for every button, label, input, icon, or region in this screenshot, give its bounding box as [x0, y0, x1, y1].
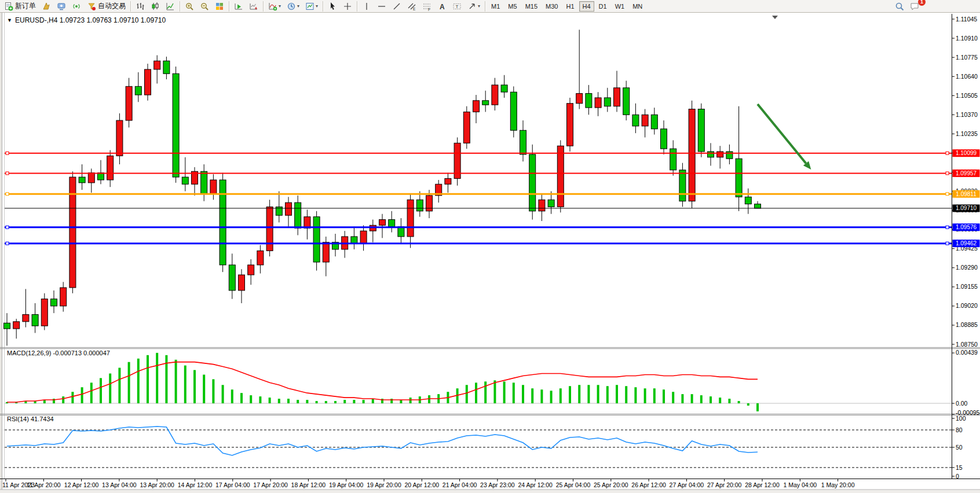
candle-up	[116, 120, 123, 156]
chart-menu-icon[interactable]: ▼	[7, 17, 12, 23]
mql5-community-button[interactable]	[39, 0, 54, 13]
bottom-strip	[0, 490, 980, 493]
bar-chart-button[interactable]	[133, 0, 148, 13]
timeframe-w1-button[interactable]: W1	[612, 1, 628, 12]
candle-up	[567, 104, 573, 146]
time-axis-label: 25 Apr 20:00	[594, 481, 628, 488]
line-handle[interactable]	[6, 152, 9, 154]
new-order-icon	[4, 2, 13, 11]
candle-up	[595, 98, 601, 108]
indicators-button[interactable]: ▾	[265, 0, 284, 13]
line-handle[interactable]	[6, 172, 9, 175]
toolbar-right-icons: 1	[892, 0, 979, 13]
candle-down	[229, 265, 235, 290]
timeframe-m1-button[interactable]: M1	[488, 1, 503, 12]
channel-button[interactable]: E	[404, 0, 419, 13]
candle-up	[88, 173, 94, 183]
price-axis-label: 1.10910	[956, 35, 978, 42]
tile-windows-button[interactable]	[212, 0, 227, 13]
time-axis-label: 23 Apr 23:00	[480, 481, 515, 488]
line-handle[interactable]	[6, 193, 9, 196]
arrows-button[interactable]: ▾	[465, 0, 483, 13]
line-handle[interactable]	[6, 226, 9, 229]
chat-button[interactable]: 1	[907, 0, 922, 13]
label-button[interactable]: T	[449, 0, 465, 13]
text-button[interactable]: A	[434, 0, 449, 13]
candle-down	[163, 61, 170, 73]
macd-label: MACD(12,26,9) -0.000713 0.000047	[7, 349, 110, 356]
signals-button[interactable]	[69, 0, 84, 13]
rsi-axis-label: 80	[956, 426, 963, 433]
timeframe-m15-button[interactable]: M15	[522, 1, 541, 12]
price-label-text: 1.10099	[956, 150, 977, 156]
line-handle[interactable]	[946, 226, 949, 229]
zoom-in-button[interactable]	[182, 0, 197, 13]
price-axis-label: 1.08885	[956, 321, 978, 328]
timeframe-d1-button[interactable]: D1	[595, 1, 610, 12]
new-order-button-label: 新订单	[15, 1, 36, 11]
timeframe-mn-button[interactable]: MN	[629, 1, 646, 12]
crosshair-button[interactable]	[340, 0, 355, 13]
periods-icon	[287, 2, 296, 11]
candle-down	[651, 115, 657, 128]
cursor-button[interactable]	[325, 0, 340, 13]
time-axis-label: 17 Apr 04:00	[215, 481, 250, 488]
toolbar-separator	[229, 1, 229, 12]
timeframe-m30-button[interactable]: M30	[542, 1, 561, 12]
candle-up	[60, 288, 67, 306]
chart-shift-button[interactable]	[246, 0, 261, 13]
price-label-text: 1.09811	[956, 191, 977, 197]
virtual-hosting-button[interactable]	[54, 0, 69, 13]
svg-text:E: E	[413, 7, 416, 11]
timeframe-h4-button[interactable]: H4	[579, 1, 594, 12]
dropdown-caret-icon[interactable]: ▾	[279, 3, 281, 9]
candle-down	[295, 203, 301, 228]
new-order-button[interactable]: 新订单	[1, 0, 39, 13]
time-axis-label: 26 Apr 12:00	[631, 481, 666, 488]
time-axis-label: 13 Apr 20:00	[140, 481, 174, 488]
candle-down	[32, 315, 38, 326]
line-handle[interactable]	[946, 193, 949, 196]
candle-down	[698, 109, 704, 151]
templates-button[interactable]: ▾	[302, 0, 321, 13]
candle-down	[745, 197, 751, 204]
virtual-hosting-icon	[57, 2, 66, 11]
time-axis-label: 11 Apr 20:00	[27, 481, 61, 488]
line-handle[interactable]	[6, 242, 9, 245]
line-handle[interactable]	[946, 172, 949, 175]
zoom-out-button[interactable]	[197, 0, 212, 13]
candle-down	[201, 171, 207, 194]
candlestick-icon	[151, 2, 160, 11]
line-handle[interactable]	[946, 152, 949, 154]
candle-up	[463, 112, 470, 143]
timeframe-m5-button[interactable]: M5	[504, 1, 520, 12]
dropdown-caret-icon[interactable]: ▾	[297, 3, 299, 9]
line-handle[interactable]	[946, 242, 949, 245]
line-chart-button[interactable]	[163, 0, 178, 13]
window-left-edge	[0, 13, 2, 493]
search-button[interactable]	[892, 0, 907, 13]
vline-button[interactable]	[359, 0, 374, 13]
candle-down	[708, 152, 714, 157]
auto-scroll-button[interactable]	[231, 0, 246, 13]
candle-up	[23, 315, 29, 322]
autotrading-button[interactable]: 自动交易	[84, 0, 129, 13]
candle-up	[154, 61, 160, 69]
dropdown-caret-icon[interactable]: ▾	[316, 3, 318, 9]
timeframe-h1-button[interactable]: H1	[562, 1, 577, 12]
candle-up	[717, 152, 723, 157]
candlestick-button[interactable]	[148, 0, 163, 13]
dropdown-caret-icon[interactable]: ▾	[478, 3, 480, 9]
toolbar-separator	[130, 1, 131, 12]
svg-text:T: T	[456, 4, 459, 9]
rsi-label: RSI(14) 41.7434	[7, 415, 54, 422]
trendline-button[interactable]	[389, 0, 404, 13]
candle-down	[586, 94, 592, 108]
periods-button[interactable]: ▾	[284, 0, 302, 13]
hline-button[interactable]	[374, 0, 389, 13]
candle-down	[98, 173, 104, 180]
fibonacci-button[interactable]: F	[419, 0, 434, 13]
chart-area[interactable]: 1.110451.109101.107751.106401.105051.103…	[0, 13, 980, 493]
autotrading-icon	[87, 2, 96, 11]
search-icon	[895, 2, 904, 11]
